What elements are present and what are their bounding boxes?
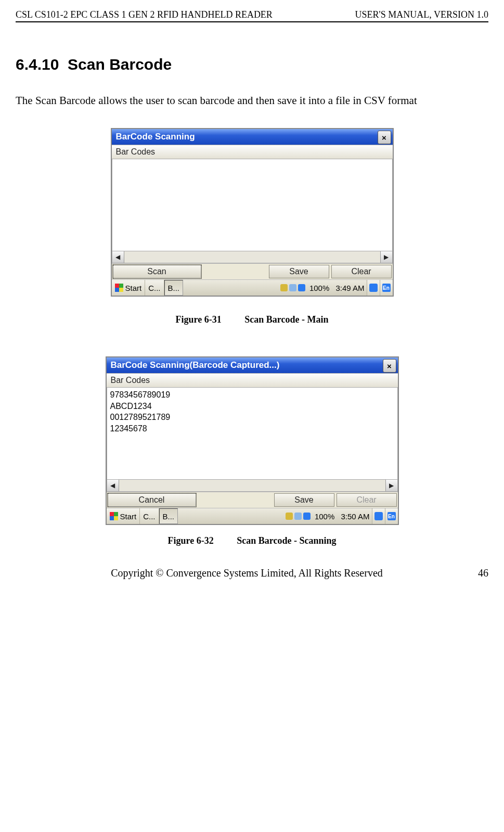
network-icon[interactable] xyxy=(294,513,302,520)
save-button[interactable]: Save xyxy=(274,493,334,507)
windows-logo-icon xyxy=(110,512,118,520)
ime-icon[interactable]: En xyxy=(385,508,398,524)
desktop-icon[interactable] xyxy=(372,508,385,524)
scroll-right-icon[interactable]: ▶ xyxy=(380,251,392,263)
taskbar-right: En xyxy=(372,508,398,524)
spacer xyxy=(202,264,268,279)
network-icon[interactable] xyxy=(289,284,296,291)
screenshot-scanning: BarCode Scanning(Barcode Captured...) × … xyxy=(106,356,399,525)
button-row: Cancel Save Clear xyxy=(107,492,398,508)
tray-icons xyxy=(280,284,307,291)
close-icon[interactable]: × xyxy=(383,359,396,373)
list-item[interactable]: 0012789521789 xyxy=(110,412,394,423)
start-label: Start xyxy=(125,284,142,292)
taskbar-task[interactable]: C... xyxy=(145,280,164,296)
figure-caption: Figure 6-31 Scan Barcode - Main xyxy=(16,314,488,325)
footer-text: Copyright © Convergence Systems Limited,… xyxy=(16,567,478,579)
battery-icon[interactable] xyxy=(298,284,305,291)
key-icon[interactable] xyxy=(280,284,288,291)
horizontal-scrollbar[interactable]: ◀ ▶ xyxy=(107,480,398,492)
figure-1: BarCode Scanning × Bar Codes ◀ ▶ Scan Sa… xyxy=(16,128,488,297)
page-footer: Copyright © Convergence Systems Limited,… xyxy=(16,567,488,579)
taskbar-right: En xyxy=(367,280,393,296)
screenshot-main: BarCode Scanning × Bar Codes ◀ ▶ Scan Sa… xyxy=(111,128,394,297)
clear-button[interactable]: Clear xyxy=(331,265,392,278)
tray-icons xyxy=(286,513,313,520)
section-heading: 6.4.10 Scan Barcode xyxy=(16,56,488,73)
column-header[interactable]: Bar Codes xyxy=(107,373,398,388)
caption-number: Figure 6-32 xyxy=(168,535,214,546)
windows-logo-icon xyxy=(115,284,123,292)
section-number: 6.4.10 xyxy=(16,56,59,73)
caption-title: Scan Barcode - Scanning xyxy=(237,535,336,546)
taskbar-task[interactable]: B... xyxy=(164,280,184,296)
document-page: CSL CS101-2 EPC CLASS 1 GEN 2 RFID HANDH… xyxy=(0,0,504,595)
battery-text: 100% xyxy=(315,512,334,521)
section-title: Scan Barcode xyxy=(68,56,172,73)
clear-button: Clear xyxy=(337,493,397,507)
clock-text: 3:49 AM xyxy=(335,284,364,292)
desktop-icon[interactable] xyxy=(367,280,380,296)
page-number: 46 xyxy=(478,567,488,579)
list-item[interactable]: ABCD1234 xyxy=(110,401,394,412)
taskbar-task[interactable]: C... xyxy=(140,508,159,524)
taskbar: Start C... B... 100% 3:50 AM En xyxy=(107,508,398,524)
taskbar: Start C... B... 100% 3:49 AM En xyxy=(112,279,393,296)
column-header[interactable]: Bar Codes xyxy=(112,145,393,159)
running-header: CSL CS101-2 EPC CLASS 1 GEN 2 RFID HANDH… xyxy=(16,9,488,22)
taskbar-task[interactable]: B... xyxy=(159,508,178,524)
start-button[interactable]: Start xyxy=(112,280,146,296)
caption-number: Figure 6-31 xyxy=(176,314,222,325)
scan-button[interactable]: Scan xyxy=(113,265,201,278)
battery-text: 100% xyxy=(309,284,329,292)
caption-title: Scan Barcode - Main xyxy=(244,314,328,325)
system-tray: 100% 3:49 AM xyxy=(183,280,366,296)
save-button[interactable]: Save xyxy=(269,265,329,278)
barcode-list[interactable] xyxy=(112,159,393,251)
cancel-button[interactable]: Cancel xyxy=(108,493,196,507)
window-title: BarCode Scanning(Barcode Captured...) xyxy=(111,360,280,370)
window-titlebar: BarCode Scanning × xyxy=(112,129,393,145)
scroll-left-icon[interactable]: ◀ xyxy=(112,251,124,263)
close-icon[interactable]: × xyxy=(378,131,391,144)
barcode-list[interactable]: 9783456789019ABCD12340012789521789123456… xyxy=(107,388,398,480)
start-button[interactable]: Start xyxy=(107,508,140,524)
intro-paragraph: The Scan Barcode allows the user to scan… xyxy=(16,94,488,107)
spacer xyxy=(197,492,273,508)
scroll-right-icon[interactable]: ▶ xyxy=(385,480,397,491)
button-row: Scan Save Clear xyxy=(112,263,393,279)
start-label: Start xyxy=(120,512,137,521)
list-item[interactable]: 12345678 xyxy=(110,423,394,434)
scroll-track[interactable] xyxy=(124,251,380,263)
ime-icon[interactable]: En xyxy=(380,280,393,296)
clock-text: 3:50 AM xyxy=(341,512,369,521)
window-titlebar: BarCode Scanning(Barcode Captured...) × xyxy=(107,357,398,373)
key-icon[interactable] xyxy=(286,513,293,520)
figure-2: BarCode Scanning(Barcode Captured...) × … xyxy=(16,356,488,525)
system-tray: 100% 3:50 AM xyxy=(178,508,371,524)
scroll-track[interactable] xyxy=(119,480,385,491)
list-item[interactable]: 9783456789019 xyxy=(110,389,394,401)
scroll-left-icon[interactable]: ◀ xyxy=(107,480,119,491)
header-left: CSL CS101-2 EPC CLASS 1 GEN 2 RFID HANDH… xyxy=(16,9,273,20)
figure-caption: Figure 6-32 Scan Barcode - Scanning xyxy=(16,535,488,546)
horizontal-scrollbar[interactable]: ◀ ▶ xyxy=(112,251,393,263)
battery-icon[interactable] xyxy=(303,513,311,520)
window-title: BarCode Scanning xyxy=(116,132,195,142)
header-right: USER'S MANUAL, VERSION 1.0 xyxy=(355,9,488,20)
